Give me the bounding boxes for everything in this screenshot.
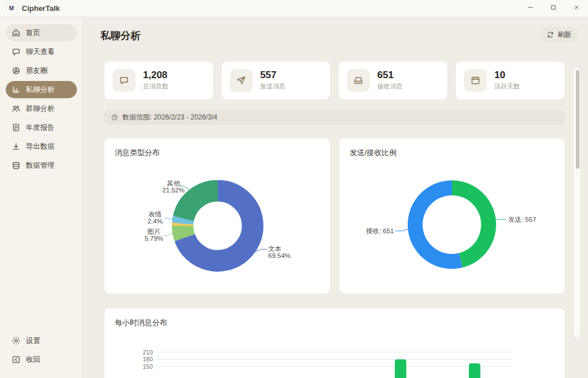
- svg-text:接收: 651: 接收: 651: [366, 227, 394, 234]
- calendar-icon: [464, 69, 487, 92]
- chart-bars-icon: [11, 85, 21, 94]
- sidebar-item-chat-view[interactable]: 聊天查看: [6, 43, 77, 60]
- sidebar-item-label: 数据管理: [26, 161, 55, 171]
- refresh-button[interactable]: 刷新: [539, 27, 579, 43]
- date-range-bar: 数据范围: 2026/2/23 - 2026/3/4: [104, 110, 565, 125]
- sidebar-item-label: 群聊分析: [26, 104, 55, 114]
- stat-label: 总消息数: [143, 82, 168, 91]
- refresh-label: 刷新: [558, 30, 571, 40]
- stat-value: 1,208: [143, 70, 168, 81]
- stat-label: 活跃天数: [494, 82, 520, 91]
- send-receive-donut-chart: 发送: 557接收: 651: [339, 138, 566, 295]
- sidebar-item-settings[interactable]: 设置: [6, 332, 77, 349]
- database-icon: [11, 161, 21, 170]
- sidebar-item-moments[interactable]: 朋友圈: [6, 62, 77, 79]
- close-button[interactable]: [565, 0, 588, 17]
- send-receive-chart-card: 发送/接收比例 发送: 557接收: 651: [339, 138, 565, 294]
- svg-text:文本: 文本: [268, 245, 281, 252]
- sidebar-item-export-data[interactable]: 导出数据: [6, 138, 77, 155]
- message-type-chart-card: 消息类型分布 文本69.54%图片5.79%表情2.4%其他21.52%: [104, 138, 331, 294]
- svg-text:180: 180: [142, 356, 153, 362]
- stat-text: 651接收消息: [377, 70, 403, 91]
- stat-text: 557发送消息: [260, 70, 285, 91]
- stat-label: 接收消息: [377, 82, 403, 91]
- stat-card-sent-messages: 557发送消息: [221, 61, 331, 100]
- moments-icon: [11, 66, 21, 75]
- stat-label: 发送消息: [260, 82, 285, 91]
- svg-text:21.52%: 21.52%: [162, 187, 184, 194]
- titlebar: M CipherTalk: [0, 0, 588, 17]
- sidebar: 首页聊天查看朋友圈私聊分析群聊分析年度报告导出数据数据管理 设置收回: [0, 17, 83, 378]
- sidebar-item-label: 设置: [26, 336, 40, 346]
- sidebar-item-collapse[interactable]: 收回: [6, 351, 77, 368]
- app-title: CipherTalk: [22, 4, 60, 13]
- sidebar-item-private-analysis[interactable]: 私聊分析: [6, 81, 77, 98]
- sidebar-item-home[interactable]: 首页: [6, 24, 77, 41]
- stat-text: 1,208总消息数: [143, 70, 168, 91]
- app-logo-icon: M: [6, 3, 17, 14]
- svg-text:图片: 图片: [148, 228, 161, 235]
- svg-text:210: 210: [142, 349, 153, 356]
- home-icon: [11, 28, 21, 37]
- main-content: 私聊分析 刷新 1,208总消息数557发送消息651接收消息10活跃天数 数据…: [83, 17, 588, 378]
- stat-value: 557: [260, 70, 285, 81]
- sidebar-item-annual-report[interactable]: 年度报告: [6, 119, 77, 136]
- sidebar-item-label: 首页: [26, 28, 40, 38]
- sidebar-item-label: 收回: [26, 355, 40, 365]
- svg-text:表情: 表情: [149, 211, 162, 218]
- svg-text:150: 150: [142, 363, 153, 370]
- clock-icon: [111, 114, 118, 121]
- sidebar-item-label: 聊天查看: [26, 47, 55, 57]
- sidebar-item-label: 导出数据: [26, 142, 55, 152]
- send-icon: [230, 69, 253, 92]
- sidebar-item-label: 私聊分析: [26, 85, 55, 95]
- sidebar-spacer: [6, 176, 77, 332]
- app-window: M CipherTalk 首页聊天查看朋友圈私聊分析群聊分析年度报告导出数据数据…: [0, 0, 588, 378]
- stat-value: 651: [377, 70, 403, 81]
- svg-text:发送: 557: 发送: 557: [508, 216, 536, 223]
- window-controls: [519, 0, 588, 17]
- stat-value: 10: [494, 70, 520, 81]
- minimize-icon: [527, 4, 534, 13]
- sidebar-item-label: 朋友圈: [26, 66, 48, 76]
- maximize-icon: [550, 4, 557, 13]
- svg-text:2.4%: 2.4%: [148, 218, 163, 225]
- close-icon: [573, 4, 580, 13]
- inbox-icon: [347, 69, 370, 92]
- report-icon: [11, 123, 21, 132]
- users-icon: [11, 104, 21, 113]
- stat-text: 10活跃天数: [494, 70, 520, 91]
- sidebar-item-label: 年度报告: [26, 123, 55, 133]
- collapse-icon: [11, 355, 21, 364]
- message-type-donut-chart: 文本69.54%图片5.79%表情2.4%其他21.52%: [105, 138, 331, 295]
- minimize-button[interactable]: [519, 0, 542, 17]
- scrollbar-thumb[interactable]: [576, 70, 579, 169]
- stat-card-total-messages: 1,208总消息数: [104, 61, 214, 100]
- hourly-bar-chart: 210180150: [105, 308, 566, 378]
- sidebar-footer: 设置收回: [6, 332, 77, 370]
- gear-icon: [11, 336, 21, 345]
- chat-icon: [113, 69, 136, 92]
- date-range-text: 数据范围: 2026/2/23 - 2026/3/4: [122, 113, 217, 122]
- svg-text:其他: 其他: [167, 180, 181, 187]
- chat-icon: [11, 47, 21, 56]
- sidebar-item-data-management[interactable]: 数据管理: [6, 157, 77, 174]
- sidebar-item-group-analysis[interactable]: 群聊分析: [6, 100, 77, 117]
- hourly-chart-card: 每小时消息分布 210180150: [104, 308, 565, 378]
- maximize-button[interactable]: [542, 0, 565, 17]
- sidebar-nav: 首页聊天查看朋友圈私聊分析群聊分析年度报告导出数据数据管理: [6, 24, 77, 176]
- refresh-icon: [547, 31, 554, 38]
- stat-card-received-messages: 651接收消息: [338, 61, 448, 100]
- svg-text:5.79%: 5.79%: [145, 235, 164, 242]
- download-icon: [11, 142, 21, 151]
- stat-card-active-days: 10活跃天数: [455, 61, 565, 100]
- page-title: 私聊分析: [100, 29, 141, 43]
- svg-text:69.54%: 69.54%: [268, 252, 291, 259]
